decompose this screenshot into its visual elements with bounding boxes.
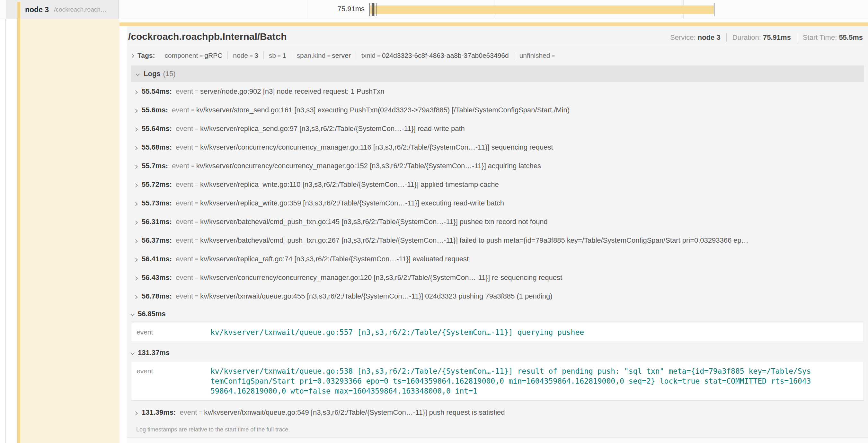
log-field-name: event: [176, 255, 193, 263]
chevron-down-icon: [130, 351, 134, 355]
span-operation-name: /cockroach.roach…: [54, 6, 107, 13]
expanded-log-header[interactable]: 56.85ms: [131, 306, 864, 322]
log-message: kv/kvserver/txnwait/queue.go:455 [n3,s3,…: [200, 292, 864, 301]
log-timestamp: 56.85ms: [138, 310, 166, 318]
log-row[interactable]: 56.37ms: event = kv/kvserver/batcheval/c…: [131, 231, 864, 250]
tag-chip: sb=1: [264, 52, 291, 59]
equals-sign: =: [193, 144, 200, 150]
chevron-right-icon: [134, 162, 137, 170]
left-rail-divider: [5, 0, 6, 443]
log-timestamp: 56.78ms:: [142, 292, 172, 301]
chevron-right-icon: [134, 236, 137, 245]
log-timestamp: 55.6ms:: [142, 106, 168, 114]
log-message: kv/kvserver/store_send.go:161 [n3,s3] ex…: [196, 106, 864, 114]
log-row[interactable]: 55.72ms: event = kv/kvserver/replica_wri…: [131, 175, 864, 194]
chevron-right-icon: [134, 199, 137, 207]
log-field-name: event: [176, 125, 193, 133]
detail-panel-top-accent: [120, 23, 868, 26]
log-field-name: event: [172, 106, 189, 114]
log-timestamp: 55.68ms:: [142, 143, 172, 151]
logs-section-header[interactable]: Logs (15): [131, 66, 864, 82]
equals-sign: =: [193, 293, 200, 300]
logs-count: (15): [163, 70, 176, 78]
expanded-log-header[interactable]: 131.37ms: [131, 344, 864, 361]
log-row[interactable]: 55.64ms: event = kv/kvserver/replica_sen…: [131, 120, 864, 138]
equals-sign: =: [550, 53, 556, 59]
log-row[interactable]: 56.78ms: event = kv/kvserver/txnwait/que…: [131, 287, 864, 306]
log-field-name: event: [176, 180, 193, 189]
log-field-name: event: [176, 199, 193, 207]
chevron-down-icon: [130, 312, 134, 316]
chevron-right-icon: [134, 273, 137, 282]
tag-chip: unfinished=: [514, 52, 562, 59]
equals-sign: =: [193, 237, 200, 244]
meta-item: Service: node 3: [664, 33, 726, 42]
log-row[interactable]: 56.31ms: event = kv/kvserver/batcheval/c…: [131, 212, 864, 231]
log-fields-table: event kv/kvserver/txnwait/queue.go:538 […: [131, 362, 864, 401]
logs-section: Logs (15) 55.54ms: event = server/node.g…: [131, 66, 864, 438]
logs-title: Logs: [144, 70, 161, 78]
equals-sign: =: [193, 181, 200, 188]
log-field-value: kv/kvserver/txnwait/queue.go:538 [n3,s3,…: [210, 366, 811, 396]
log-message: kv/kvserver/replica_raft.go:74 [n3,s3,r6…: [200, 255, 864, 263]
log-timestamp: 55.7ms:: [142, 162, 168, 170]
chevron-right-icon: [134, 125, 137, 133]
chevron-right-icon: [134, 255, 137, 263]
log-field-name: event: [176, 87, 193, 96]
chevron-right-icon: [130, 54, 134, 58]
span-end-marker: [714, 3, 714, 16]
log-row[interactable]: 56.43ms: event = kv/kvserver/concurrency…: [131, 268, 864, 287]
tag-chip: span.kind=server: [291, 52, 355, 59]
timeline-ruler[interactable]: 75.91ms: [119, 0, 868, 19]
log-row[interactable]: 55.68ms: event = kv/kvserver/concurrency…: [131, 138, 864, 157]
log-field-name: event: [176, 273, 193, 282]
log-field-name: event: [176, 218, 193, 226]
equals-sign: =: [248, 53, 254, 59]
tag-list: component=gRPC node=3 sb=1 span.kind=ser…: [159, 52, 561, 59]
equals-sign: =: [189, 163, 196, 169]
log-row[interactable]: 55.73ms: event = kv/kvserver/replica_wri…: [131, 194, 864, 212]
span-duration-label: 75.91ms: [324, 5, 365, 13]
equals-sign: =: [193, 200, 200, 206]
span-service-name: node 3: [25, 5, 49, 14]
log-message: kv/kvserver/batcheval/cmd_push_txn.go:26…: [200, 236, 864, 245]
page-title: /cockroach.roachpb.Internal/Batch: [128, 31, 286, 42]
span-detail-panel: /cockroach.roachpb.Internal/Batch Servic…: [127, 26, 868, 443]
log-entries: 55.54ms: event = server/node.go:902 [n3]…: [131, 82, 864, 422]
log-field-name: event: [136, 366, 210, 375]
span-color-accent-bar: [17, 2, 20, 443]
span-name-tab[interactable]: node 3 /cockroach.roach…: [6, 0, 119, 19]
log-row[interactable]: 55.54ms: event = server/node.go:902 [n3]…: [131, 82, 864, 101]
tag-chip: txnid=024d3323-6c8f-4863-aa8b-37ab0e6349…: [356, 52, 514, 59]
log-timestamp: 56.37ms:: [142, 236, 172, 245]
expanded-log-entry: 56.85ms event kv/kvserver/txnwait/queue.…: [131, 306, 864, 342]
tags-row[interactable]: Tags: component=gRPC node=3 sb=1 span.ki…: [127, 46, 868, 64]
log-row[interactable]: 55.6ms: event = kv/kvserver/store_send.g…: [131, 101, 864, 120]
log-row[interactable]: 56.41ms: event = kv/kvserver/replica_raf…: [131, 250, 864, 268]
log-message: kv/kvserver/replica_send.go:97 [n3,s3,r6…: [200, 125, 864, 133]
equals-sign: =: [276, 53, 282, 59]
log-message: kv/kvserver/batcheval/cmd_push_txn.go:14…: [200, 218, 864, 226]
log-row[interactable]: 55.7ms: event = kv/kvserver/concurrency/…: [131, 157, 864, 175]
log-field-name: event: [176, 292, 193, 301]
selected-span-row-highlight: [20, 19, 120, 443]
equals-sign: =: [193, 274, 200, 281]
log-field-name: event: [176, 143, 193, 151]
tags-label: Tags:: [137, 52, 155, 59]
log-field-name: event: [176, 236, 193, 245]
log-message: kv/kvserver/txnwait/queue.go:549 [n3,s3,…: [204, 408, 864, 417]
log-row[interactable]: 131.39ms: event = kv/kvserver/txnwait/qu…: [131, 403, 864, 422]
meta-item: Start Time: 55.5ms: [797, 33, 864, 42]
log-timestamp: 56.43ms:: [142, 273, 172, 282]
chevron-down-icon: [135, 72, 140, 76]
chevron-right-icon: [134, 87, 137, 96]
log-message: server/node.go:902 [n3] node received re…: [200, 87, 864, 96]
log-message: kv/kvserver/concurrency/concurrency_mana…: [196, 162, 864, 170]
equals-sign: =: [193, 88, 200, 95]
span-duration-bar[interactable]: [370, 5, 714, 14]
span-row-header: node 3 /cockroach.roach… 75.91ms: [0, 0, 868, 19]
chevron-right-icon: [134, 106, 137, 114]
chevron-right-icon: [134, 143, 137, 151]
log-message: kv/kvserver/concurrency/concurrency_mana…: [200, 143, 864, 151]
equals-sign: =: [375, 53, 382, 59]
